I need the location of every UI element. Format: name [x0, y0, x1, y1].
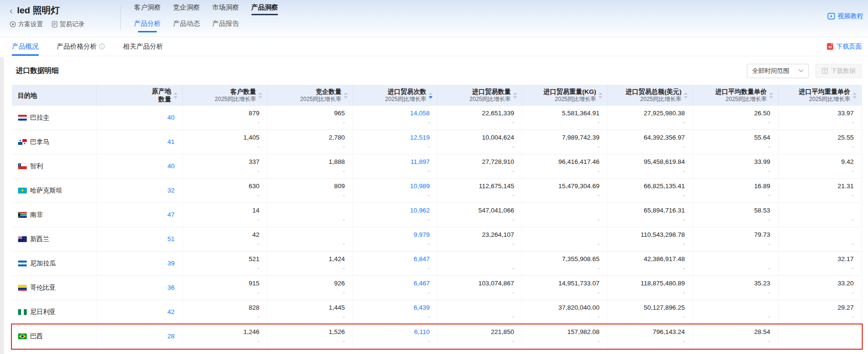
data-cell-9: -	[778, 227, 862, 251]
tab-competitor-insight[interactable]: 竞企洞察	[173, 3, 200, 15]
cell-growth-rate: -	[258, 313, 259, 321]
cell-growth-rate: -	[512, 240, 514, 248]
cell-value[interactable]: 14,058	[410, 109, 430, 118]
table-row-panama[interactable]: 巴拿马411,405-2,780-12,519-10,004,624-7,989…	[12, 130, 862, 154]
cell-value: 22,651,339	[482, 109, 514, 118]
column-header-5[interactable]: 进口贸易数量2025同比增长率	[438, 85, 522, 106]
sort-icon[interactable]	[684, 92, 688, 99]
data-cell-8: 35.23-	[693, 276, 778, 300]
sort-icon[interactable]	[174, 92, 177, 99]
column-header-6[interactable]: 进口贸易重量(KG)2025同比增长率	[522, 85, 608, 106]
cell-value[interactable]: 12,519	[410, 133, 430, 142]
origin-count-link[interactable]: 28	[167, 332, 175, 341]
sort-icon[interactable]	[599, 92, 602, 99]
origin-count-link[interactable]: 40	[167, 162, 175, 171]
origin-count-link[interactable]: 41	[167, 137, 175, 147]
table-row-colombia[interactable]: 哥伦比亚36915-926-6,467-103,074,867-14,951,7…	[12, 276, 862, 300]
tab-related-product-analysis[interactable]: 相关产品分析	[123, 37, 163, 56]
cell-value: 337	[248, 157, 259, 167]
trade-records-button[interactable]: 贸易记录	[52, 20, 84, 29]
cell-value[interactable]: 6,439	[413, 303, 430, 313]
data-cell-7: 110,543,298.78-	[608, 227, 693, 251]
cell-value[interactable]: 10,989	[410, 182, 430, 191]
origin-count-link[interactable]: 51	[167, 234, 175, 244]
sort-icon[interactable]	[258, 92, 262, 99]
table-row-paraguay[interactable]: 巴拉圭40879-965-14,058-22,651,339-5,581,364…	[12, 106, 862, 130]
nigeria-flag-icon	[18, 309, 27, 315]
data-cell-5: 103,074,867-	[438, 276, 522, 300]
cell-growth-rate: -	[683, 167, 685, 175]
origin-count-link[interactable]: 47	[167, 210, 175, 220]
cell-value: 25.55	[837, 133, 854, 142]
column-header-1[interactable]: 原产地数量	[97, 85, 183, 106]
cell-value: 809	[334, 182, 345, 191]
video-tutorial-link[interactable]: 视频教程	[827, 12, 863, 20]
data-cell-7: 796,143.24-	[608, 324, 693, 348]
tab-product-overview[interactable]: 产品概况	[12, 37, 39, 56]
column-header-label: 目的地	[18, 91, 37, 100]
sort-icon[interactable]	[853, 92, 857, 99]
tab-market-insight[interactable]: 市场洞察	[212, 3, 239, 15]
column-header-4[interactable]: 进口贸易次数2025同比增长率	[353, 85, 438, 106]
back-icon[interactable]: ‹	[10, 6, 13, 15]
tab-product-report[interactable]: 产品报告	[212, 20, 239, 33]
sort-icon[interactable]	[513, 92, 517, 99]
tab-product-trends[interactable]: 产品动态	[173, 20, 200, 33]
tab-product-analysis[interactable]: 产品分析	[134, 20, 161, 33]
download-data-button[interactable]: 下载数据	[816, 64, 862, 78]
download-page-link[interactable]: 下载页面	[827, 37, 862, 56]
cell-growth-rate: -	[258, 167, 259, 175]
excel-icon	[822, 68, 828, 74]
destination-cell: 智利	[12, 154, 97, 178]
tab-product-insight[interactable]: 产品洞察	[251, 3, 278, 15]
table-row-brazil[interactable]: 巴西281,246-1,526-6,110-221,850-157,982.08…	[12, 324, 862, 349]
sort-icon[interactable]	[769, 92, 773, 99]
data-cell-2: 630-	[183, 179, 268, 202]
column-header-3[interactable]: 竞企数量2025同比增长率	[268, 85, 353, 106]
table-row-chile[interactable]: 智利40337-1,888-11,897-27,728,910-96,416,4…	[12, 154, 862, 179]
tab-customer-insight[interactable]: 客户洞察	[134, 3, 161, 15]
table-row-south-africa[interactable]: 南非4714--10,962-547,041,066--65,894,716.3…	[12, 203, 862, 227]
south-africa-flag-icon	[18, 212, 27, 218]
table-row-kazakhstan[interactable]: 哈萨克斯坦32630-809-10,989-112,675,145-15,479…	[12, 179, 862, 203]
origin-count-link[interactable]: 40	[167, 113, 175, 122]
cell-growth-rate: -	[512, 264, 514, 273]
data-cell-7: 66,825,135.41-	[608, 179, 693, 202]
cell-growth-rate: -	[258, 264, 259, 273]
cell-value[interactable]: 10,962	[410, 206, 430, 215]
cell-value[interactable]: 6,847	[413, 254, 430, 264]
table-row-nigeria[interactable]: 尼日利亚42828-1,445-6,439--37,820,040.00-50,…	[12, 300, 862, 324]
tab-product-price-analysis[interactable]: 产品价格分析	[57, 37, 105, 56]
origin-count-link[interactable]: 42	[167, 307, 175, 317]
sort-icon[interactable]	[429, 92, 433, 99]
cell-value[interactable]: 6,110	[414, 327, 430, 337]
data-cell-3: -	[268, 227, 353, 251]
table-row-nicaragua[interactable]: 尼加拉瓜39521-1,424-6,847--7,355,908.65-42,3…	[12, 252, 862, 276]
paraguay-flag-icon	[18, 115, 27, 121]
cell-growth-rate: -	[852, 215, 854, 224]
left-scrollbar-track[interactable]	[0, 57, 4, 354]
origin-count-link[interactable]: 32	[167, 186, 175, 195]
scheme-settings-button[interactable]: 方案设置	[10, 20, 43, 29]
column-header-2[interactable]: 客户数量2025同比增长率	[183, 85, 268, 106]
cell-value: 42	[252, 230, 259, 240]
column-header-8[interactable]: 进口平均数量单价2025同比增长率	[693, 85, 778, 106]
cell-value[interactable]: 9,979	[413, 230, 430, 240]
origin-count-link[interactable]: 36	[167, 283, 175, 293]
origin-count-cell: 42	[97, 300, 183, 324]
origin-count-cell: 47	[97, 203, 183, 227]
origin-count-link[interactable]: 39	[167, 259, 175, 268]
cell-growth-rate: -	[852, 313, 854, 321]
section-header: 进口数据明细 全部时间范围 下载数据	[0, 56, 868, 85]
column-header-7[interactable]: 进口贸易总额(美元)2025同比增长率	[608, 85, 693, 106]
cell-value: 1,526	[329, 327, 345, 337]
cell-value: 27,728,910	[482, 157, 514, 167]
time-range-select[interactable]: 全部时间范围	[747, 64, 809, 78]
page-title: led 照明灯	[17, 4, 60, 17]
cell-growth-rate: -	[852, 167, 854, 175]
sort-icon[interactable]	[344, 92, 348, 99]
table-row-new-zealand[interactable]: 新西兰5142--9,979-23,264,107--110,543,298.7…	[12, 227, 862, 252]
cell-value[interactable]: 6,467	[413, 279, 430, 288]
column-header-9[interactable]: 进口平均重量单价2025同比增长率	[778, 85, 862, 106]
cell-value[interactable]: 11,897	[411, 157, 430, 167]
